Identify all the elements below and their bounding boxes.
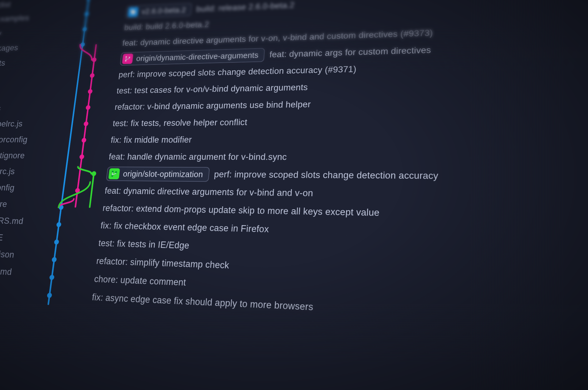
tree-item[interactable]: README.md [0, 261, 38, 281]
svg-point-2 [129, 57, 130, 58]
graph-lanes [50, 199, 104, 217]
commit-node-icon [86, 0, 91, 1]
git-branch-icon [122, 53, 133, 64]
tree-item[interactable]: .eslintignore [0, 147, 54, 163]
tree-item[interactable]: ▸test [0, 84, 63, 101]
commit-message: perf: improve scoped slots change detect… [214, 169, 438, 181]
commit-node-icon [84, 11, 89, 16]
commit-message: refactor: v-bind dynamic arguments use b… [114, 99, 311, 112]
graph-lanes [72, 35, 123, 52]
commit-node-icon [59, 205, 64, 210]
tree-item-label: .eslintrc.js [0, 163, 16, 179]
commit-node-icon [54, 239, 59, 245]
commit-message: feat: dynamic args for custom directives [269, 45, 431, 59]
branch-badge[interactable]: origin/dynamic-directive-arguments [120, 48, 265, 66]
tag-icon [128, 7, 139, 17]
tree-item-label: .babelrc.js [0, 116, 24, 132]
commit-message: fix: fix middle modifier [110, 135, 192, 145]
commit-message: refactor: extend dom-props update skip t… [102, 203, 380, 218]
tree-item-label: dist [0, 0, 12, 12]
commit-message: chore: update comment [93, 274, 186, 288]
tree-item[interactable]: .editorconfig [0, 131, 56, 147]
tree-item-label: README.md [0, 261, 13, 280]
tree-item-label: .eslintignore [0, 147, 26, 163]
tree-item[interactable]: .gitignore [0, 195, 47, 213]
commit-node-icon [92, 57, 97, 62]
graph-lanes [52, 182, 106, 199]
app-window: ▸github▸benchmarks▸dist▸examples▸flow▸pa… [0, 0, 588, 390]
branch-badge[interactable]: origin/slot-optimization [106, 167, 210, 182]
commit-message: refactor: simplify timestamp check [96, 256, 230, 271]
tree-item-label: .gitignore [0, 195, 8, 212]
tree-item[interactable]: package.json [0, 244, 40, 264]
tree-item-label: .flowconfig [0, 179, 16, 196]
commit-node-icon [88, 89, 93, 94]
graph-lanes [65, 83, 118, 100]
tree-item[interactable]: .flowconfig [0, 179, 49, 196]
commit-message: fix: fix checkbox event edge case in Fir… [100, 220, 269, 234]
branch-label: origin/dynamic-directive-arguments [136, 51, 259, 63]
tag-badge[interactable]: v2.6.0-beta.2 [125, 3, 192, 19]
tree-item-label: BACKERS.md [0, 212, 24, 229]
commit-message-area: test: fix tests, resolve helper conflict [112, 112, 588, 128]
commit-node-icon [80, 42, 85, 47]
tree-item-label: packages [0, 40, 19, 56]
graph-lanes [76, 4, 127, 22]
git-graph-panel[interactable]: build: build 2.6.0-beta.3build: fix feat… [16, 0, 588, 390]
graph-lanes [38, 286, 93, 306]
graph-lanes [59, 132, 112, 148]
graph-lanes [40, 268, 96, 288]
commit-message: test: fix tests, resolve helper conflict [112, 117, 248, 128]
commit-message: build: release 2.6.0-beta.2 [196, 0, 295, 14]
commit-node-icon [86, 105, 91, 110]
tree-item[interactable]: ▸src [0, 69, 65, 86]
graph-lanes [47, 216, 102, 234]
commit-node-icon [75, 188, 80, 193]
commit-message: test: fix tests in IE/Edge [98, 238, 190, 251]
tag-label: v2.6.0-beta.2 [141, 5, 186, 15]
commit-message: feat: handle dynamic argument for v-bind… [108, 152, 287, 162]
tree-item[interactable]: ▸scripts [0, 53, 67, 71]
graph-lanes [74, 20, 125, 37]
tree-item[interactable]: ▸types [0, 99, 61, 116]
commit-message: feat: dynamic directive arguments for v-… [104, 186, 313, 198]
tree-item[interactable]: BACKERS.md [0, 211, 45, 230]
graph-lanes [68, 67, 120, 84]
tree-item-label: package.json [0, 245, 16, 263]
graph-lanes [43, 250, 98, 270]
commit-node-icon [81, 138, 87, 142]
tree-item-label: flow [0, 26, 2, 41]
git-branch-icon [108, 168, 120, 179]
commit-node-icon [90, 73, 95, 78]
tree-item-label: .editorconfig [0, 131, 29, 147]
svg-point-0 [126, 56, 127, 57]
graph-lanes [63, 99, 116, 116]
tree-item-label: examples [0, 10, 30, 26]
commit-node-icon [51, 257, 57, 262]
tree-item[interactable]: .eslintrc.js [0, 163, 52, 180]
commit-node-icon [49, 275, 54, 280]
tree-item[interactable]: ▸packages [0, 38, 69, 56]
tree-item-label: scripts [0, 55, 6, 71]
commit-message: test: test cases for v-on/v-bind dynamic… [116, 82, 308, 95]
svg-point-3 [112, 171, 113, 172]
svg-point-5 [115, 171, 117, 173]
tree-item-label: LICENSE [0, 228, 4, 246]
commit-node-icon [79, 154, 84, 159]
commit-node-icon [56, 222, 61, 227]
graph-lanes [54, 165, 108, 182]
commit-message: build: build 2.6.0-beta.2 [124, 20, 210, 32]
commit-node-icon [47, 293, 52, 298]
graph-lanes [70, 51, 121, 68]
commit-message: perf: improve scoped slots change detect… [118, 64, 357, 79]
graph-lanes [61, 115, 114, 132]
tree-item[interactable]: .babelrc.js [0, 115, 58, 132]
commit-row[interactable]: feat: handle dynamic argument for v-bind… [56, 147, 588, 167]
tree-item[interactable]: LICENSE [0, 228, 43, 247]
commit-message-area: feat: handle dynamic argument for v-bind… [108, 152, 588, 163]
graph-lanes [45, 233, 100, 252]
commit-node-icon [91, 171, 96, 176]
commit-node-icon [82, 27, 87, 31]
branch-label: origin/slot-optimization [123, 169, 203, 179]
commit-node-icon [83, 121, 89, 126]
